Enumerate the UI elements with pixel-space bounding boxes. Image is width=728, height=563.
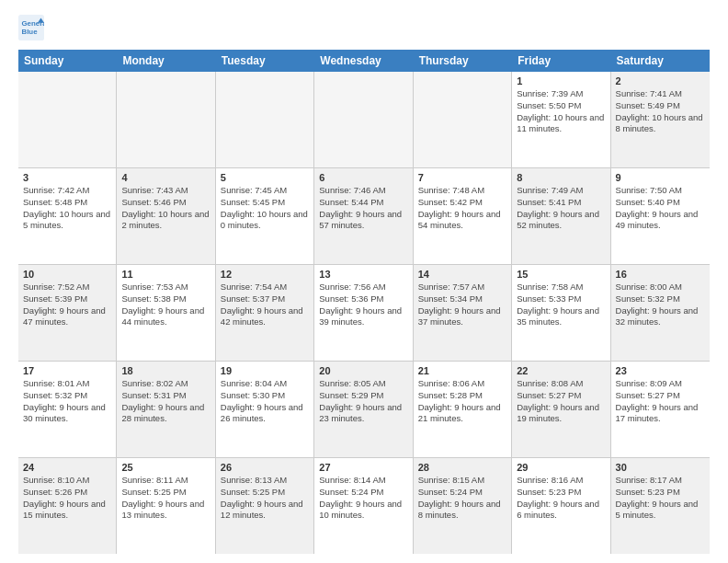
cell-info-line: Sunrise: 7:58 AM: [517, 282, 605, 293]
calendar-row: 17Sunrise: 8:01 AMSunset: 5:32 PMDayligh…: [18, 362, 710, 458]
calendar-cell: 28Sunrise: 8:15 AMSunset: 5:24 PMDayligh…: [414, 458, 512, 554]
cell-info-line: Daylight: 9 hours and 32 minutes.: [616, 305, 705, 329]
weekday-header: Monday: [117, 50, 215, 72]
cell-info-line: Daylight: 9 hours and 35 minutes.: [517, 305, 605, 329]
cell-info-line: Sunset: 5:28 PM: [418, 390, 506, 402]
day-number: 30: [616, 462, 705, 473]
cell-info-line: Sunrise: 8:14 AM: [319, 475, 407, 487]
day-number: 16: [616, 269, 705, 280]
cell-info-line: Sunrise: 7:42 AM: [23, 185, 111, 197]
cell-info-line: Sunset: 5:25 PM: [121, 487, 210, 499]
cell-info-line: Sunset: 5:34 PM: [418, 293, 506, 305]
cell-info-line: Daylight: 9 hours and 12 minutes.: [221, 499, 309, 523]
cell-info-line: Daylight: 9 hours and 10 minutes.: [319, 499, 407, 523]
day-number: 9: [616, 172, 705, 183]
cell-info-line: Sunset: 5:26 PM: [23, 487, 111, 499]
calendar-row: 3Sunrise: 7:42 AMSunset: 5:48 PMDaylight…: [18, 168, 710, 265]
cell-info-line: Daylight: 9 hours and 6 minutes.: [517, 499, 605, 523]
day-number: 21: [418, 365, 506, 376]
cell-info-line: Sunrise: 7:54 AM: [221, 282, 309, 293]
cell-info-line: Sunset: 5:49 PM: [616, 100, 705, 112]
cell-info-line: Sunrise: 7:45 AM: [221, 185, 309, 197]
calendar-row: 10Sunrise: 7:52 AMSunset: 5:39 PMDayligh…: [18, 265, 710, 362]
day-number: 10: [23, 269, 111, 280]
cell-info-line: Sunrise: 8:17 AM: [616, 475, 705, 487]
calendar-cell: [18, 72, 117, 167]
day-number: 6: [319, 172, 407, 183]
day-number: 14: [418, 269, 506, 280]
cell-info-line: Daylight: 9 hours and 8 minutes.: [418, 499, 506, 523]
cell-info-line: Sunrise: 8:06 AM: [418, 378, 506, 390]
calendar-cell: 22Sunrise: 8:08 AMSunset: 5:27 PMDayligh…: [512, 362, 610, 457]
cell-info-line: Sunrise: 8:13 AM: [221, 475, 309, 487]
cell-info-line: Daylight: 10 hours and 8 minutes.: [616, 112, 705, 136]
weekday-header: Wednesday: [314, 50, 413, 72]
cell-info-line: Daylight: 9 hours and 42 minutes.: [221, 305, 309, 329]
calendar-cell: [117, 72, 215, 167]
calendar-cell: 21Sunrise: 8:06 AMSunset: 5:28 PMDayligh…: [414, 362, 512, 457]
calendar-cell: 27Sunrise: 8:14 AMSunset: 5:24 PMDayligh…: [314, 458, 413, 554]
day-number: 5: [221, 172, 309, 183]
day-number: 25: [121, 462, 210, 473]
calendar-row: 24Sunrise: 8:10 AMSunset: 5:26 PMDayligh…: [18, 458, 710, 554]
cell-info-line: Sunrise: 7:56 AM: [319, 282, 407, 293]
cell-info-line: Daylight: 9 hours and 13 minutes.: [121, 499, 210, 523]
cell-info-line: Sunset: 5:24 PM: [319, 487, 407, 499]
cell-info-line: Daylight: 9 hours and 19 minutes.: [517, 402, 605, 426]
day-number: 4: [121, 172, 210, 183]
day-number: 20: [319, 365, 407, 376]
cell-info-line: Sunrise: 8:11 AM: [121, 475, 210, 487]
cell-info-line: Sunrise: 7:50 AM: [616, 185, 705, 197]
day-number: 3: [23, 172, 111, 183]
cell-info-line: Daylight: 10 hours and 5 minutes.: [23, 209, 111, 233]
cell-info-line: Daylight: 9 hours and 5 minutes.: [616, 499, 705, 523]
day-number: 1: [517, 75, 605, 86]
day-number: 22: [517, 365, 605, 376]
cell-info-line: Daylight: 9 hours and 52 minutes.: [517, 209, 605, 233]
calendar-cell: 19Sunrise: 8:04 AMSunset: 5:30 PMDayligh…: [216, 362, 314, 457]
calendar-row: 1Sunrise: 7:39 AMSunset: 5:50 PMDaylight…: [18, 72, 710, 168]
calendar-cell: 17Sunrise: 8:01 AMSunset: 5:32 PMDayligh…: [18, 362, 117, 457]
weekday-header: Friday: [512, 50, 610, 72]
calendar-cell: 4Sunrise: 7:43 AMSunset: 5:46 PMDaylight…: [117, 168, 215, 264]
cell-info-line: Daylight: 9 hours and 44 minutes.: [121, 305, 210, 329]
cell-info-line: Daylight: 9 hours and 57 minutes.: [319, 209, 407, 233]
page: General Blue SundayMondayTuesdayWednesda…: [0, 0, 728, 563]
calendar-cell: 29Sunrise: 8:16 AMSunset: 5:23 PMDayligh…: [512, 458, 610, 554]
cell-info-line: Daylight: 9 hours and 28 minutes.: [121, 402, 210, 426]
calendar-cell: 14Sunrise: 7:57 AMSunset: 5:34 PMDayligh…: [414, 265, 512, 361]
calendar-cell: 18Sunrise: 8:02 AMSunset: 5:31 PMDayligh…: [117, 362, 215, 457]
day-number: 28: [418, 462, 506, 473]
calendar-cell: 10Sunrise: 7:52 AMSunset: 5:39 PMDayligh…: [18, 265, 117, 361]
cell-info-line: Sunrise: 8:02 AM: [121, 378, 210, 390]
cell-info-line: Daylight: 9 hours and 47 minutes.: [23, 305, 111, 329]
cell-info-line: Daylight: 9 hours and 54 minutes.: [418, 209, 506, 233]
calendar-cell: 6Sunrise: 7:46 AMSunset: 5:44 PMDaylight…: [314, 168, 413, 264]
day-number: 26: [221, 462, 309, 473]
cell-info-line: Sunrise: 8:10 AM: [23, 475, 111, 487]
day-number: 24: [23, 462, 111, 473]
day-number: 7: [418, 172, 506, 183]
logo-icon: General Blue: [18, 15, 44, 40]
cell-info-line: Sunset: 5:40 PM: [616, 197, 705, 209]
day-number: 27: [319, 462, 407, 473]
cell-info-line: Sunrise: 8:01 AM: [23, 378, 111, 390]
weekday-header: Tuesday: [216, 50, 314, 72]
cell-info-line: Sunrise: 8:05 AM: [319, 378, 407, 390]
cell-info-line: Daylight: 9 hours and 21 minutes.: [418, 402, 506, 426]
day-number: 11: [121, 269, 210, 280]
cell-info-line: Sunrise: 7:46 AM: [319, 185, 407, 197]
day-number: 8: [517, 172, 605, 183]
calendar-cell: 7Sunrise: 7:48 AMSunset: 5:42 PMDaylight…: [414, 168, 512, 264]
cell-info-line: Daylight: 9 hours and 15 minutes.: [23, 499, 111, 523]
weekday-header: Sunday: [18, 50, 117, 72]
cell-info-line: Sunset: 5:25 PM: [221, 487, 309, 499]
calendar-body: 1Sunrise: 7:39 AMSunset: 5:50 PMDaylight…: [18, 72, 710, 554]
calendar-cell: 1Sunrise: 7:39 AMSunset: 5:50 PMDaylight…: [512, 72, 610, 167]
cell-info-line: Sunset: 5:32 PM: [23, 390, 111, 402]
cell-info-line: Sunset: 5:48 PM: [23, 197, 111, 209]
cell-info-line: Sunrise: 8:08 AM: [517, 378, 605, 390]
calendar-cell: [216, 72, 314, 167]
calendar-cell: 12Sunrise: 7:54 AMSunset: 5:37 PMDayligh…: [216, 265, 314, 361]
day-number: 18: [121, 365, 210, 376]
